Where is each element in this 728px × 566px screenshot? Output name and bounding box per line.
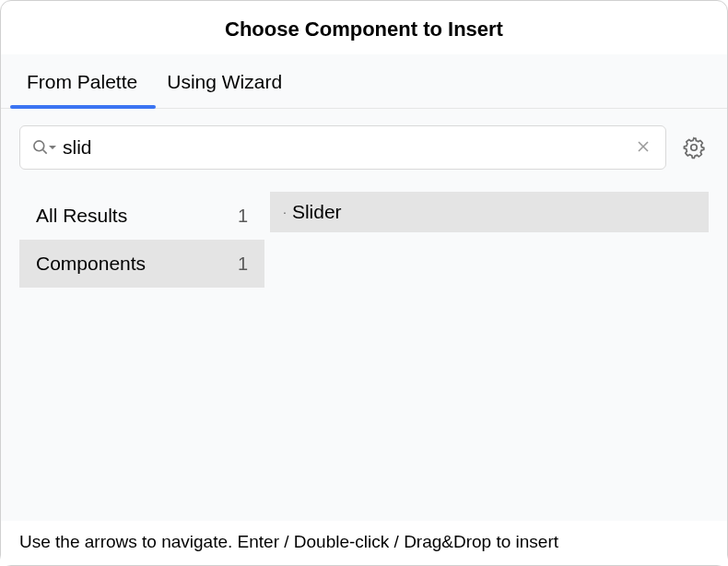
tab-label: Using Wizard bbox=[167, 71, 282, 92]
category-all-results[interactable]: All Results 1 bbox=[19, 192, 264, 240]
content-area: All Results 1 Components 1 · Slider bbox=[1, 183, 727, 521]
search-input[interactable] bbox=[63, 136, 632, 159]
component-insert-dialog: Choose Component to Insert From Palette … bbox=[0, 0, 728, 566]
category-components[interactable]: Components 1 bbox=[19, 240, 264, 288]
result-label: Slider bbox=[292, 201, 342, 223]
svg-line-1 bbox=[43, 150, 47, 154]
clear-icon[interactable] bbox=[632, 136, 654, 159]
tab-from-palette[interactable]: From Palette bbox=[27, 71, 137, 108]
search-box[interactable] bbox=[19, 125, 666, 170]
title-bar: Choose Component to Insert bbox=[1, 1, 727, 54]
svg-point-4 bbox=[691, 145, 698, 151]
svg-point-0 bbox=[34, 141, 44, 151]
search-row bbox=[1, 109, 727, 183]
result-item[interactable]: · Slider bbox=[270, 192, 709, 232]
gear-icon[interactable] bbox=[679, 133, 709, 162]
tab-using-wizard[interactable]: Using Wizard bbox=[167, 71, 282, 108]
results-list: · Slider bbox=[264, 192, 709, 521]
category-count: 1 bbox=[238, 206, 248, 227]
category-label: Components bbox=[36, 253, 146, 275]
footer-hint: Use the arrows to navigate. Enter / Doub… bbox=[1, 521, 727, 565]
tab-label: From Palette bbox=[27, 71, 137, 92]
search-icon bbox=[31, 138, 57, 157]
tab-row: From Palette Using Wizard bbox=[1, 54, 727, 109]
category-count: 1 bbox=[238, 254, 248, 275]
category-label: All Results bbox=[36, 205, 127, 227]
category-list: All Results 1 Components 1 bbox=[19, 192, 264, 521]
component-icon: · bbox=[283, 206, 287, 218]
dialog-title: Choose Component to Insert bbox=[225, 18, 503, 41]
